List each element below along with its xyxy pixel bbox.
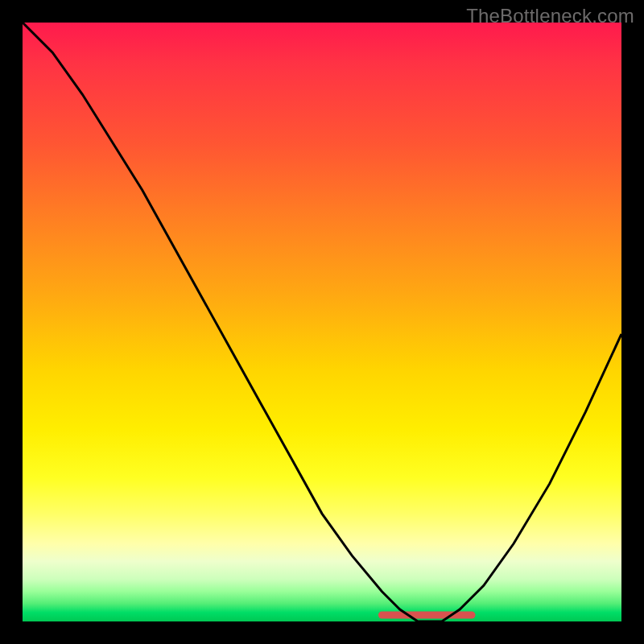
curve-layer xyxy=(23,23,621,621)
chart-frame: TheBottleneck.com xyxy=(0,0,644,644)
bottleneck-curve xyxy=(23,23,621,621)
watermark-text: TheBottleneck.com xyxy=(466,5,634,27)
gradient-plot-area xyxy=(23,23,621,621)
